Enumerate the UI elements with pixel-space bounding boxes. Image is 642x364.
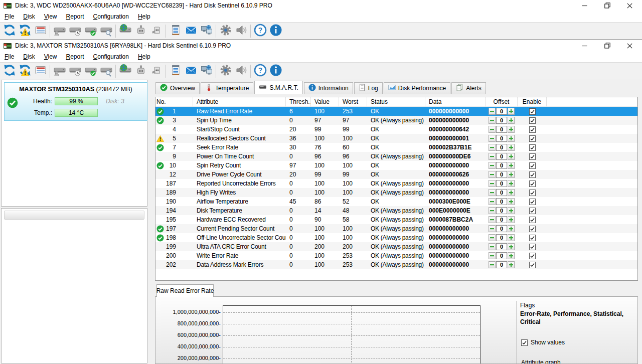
info-button[interactable] xyxy=(268,64,283,79)
offset-decrease-button[interactable] xyxy=(489,126,496,133)
table-row[interactable]: 202Data Address Mark Errors0100253OK (Al… xyxy=(155,260,637,269)
offset-increase-button[interactable] xyxy=(508,225,515,232)
offset-decrease-button[interactable] xyxy=(489,234,496,241)
offset-increase-button[interactable] xyxy=(508,207,515,214)
table-row[interactable]: 3Spin Up Time09797OK (Always passing)000… xyxy=(155,116,637,125)
titlebar[interactable]: Disk: 3, MAXTOR STM3250310AS [6RYA98LK] … xyxy=(0,40,642,51)
enable-checkbox[interactable] xyxy=(529,190,536,196)
network-disk-button[interactable] xyxy=(117,24,133,39)
table-row[interactable]: 195Hardware ECC Recovered09058OK (Always… xyxy=(155,215,637,224)
column-header-worst[interactable]: Worst xyxy=(339,97,367,107)
disk-search-button[interactable] xyxy=(98,24,114,39)
restore-button[interactable] xyxy=(596,40,618,51)
offset-increase-button[interactable] xyxy=(508,180,515,187)
table-row[interactable]: 189High Fly Writes0100100OK (Always pass… xyxy=(155,188,637,197)
plug-out-button[interactable] xyxy=(148,24,164,39)
notes-button[interactable] xyxy=(168,64,183,79)
offset-decrease-button[interactable] xyxy=(489,252,496,259)
disk-user-button[interactable] xyxy=(52,24,67,39)
table-row[interactable]: 198Off-Line Uncorrectable Sector Count01… xyxy=(155,233,637,242)
menu-item-view[interactable]: View xyxy=(40,52,62,61)
table-row[interactable]: 5Reallocated Sectors Count36100100OK0000… xyxy=(155,134,637,143)
close-button[interactable] xyxy=(618,0,641,11)
refresh-button[interactable] xyxy=(2,64,17,79)
offset-decrease-button[interactable] xyxy=(489,117,496,124)
table-row[interactable]: 4Start/Stop Count209999OK0000000006420 xyxy=(155,125,637,134)
tab-s-m-a-r-t[interactable]: S.M.A.R.T. xyxy=(254,81,302,94)
disk-ok-button[interactable] xyxy=(83,24,98,39)
offset-increase-button[interactable] xyxy=(508,108,515,115)
menu-item-view[interactable]: View xyxy=(40,12,62,21)
column-header-value[interactable]: Value xyxy=(311,97,339,107)
column-header-no[interactable]: No. xyxy=(155,97,193,107)
disk-user-button[interactable] xyxy=(52,64,67,79)
enable-checkbox[interactable] xyxy=(529,126,536,133)
table-row[interactable]: 194Disk Temperature01448OK (Always passi… xyxy=(155,206,637,215)
offset-decrease-button[interactable] xyxy=(489,261,496,268)
tab-disk-performance[interactable]: Disk Performance xyxy=(384,82,450,94)
offset-increase-button[interactable] xyxy=(508,243,515,250)
table-row[interactable]: 190Airflow Temperature458652OK0000300E00… xyxy=(155,197,637,206)
offset-decrease-button[interactable] xyxy=(489,135,496,142)
enable-checkbox[interactable] xyxy=(529,217,536,223)
disk-summary-box[interactable]: MAXTOR STM3250310AS (238472 MB) Health: … xyxy=(4,82,147,121)
tab-alerts[interactable]: Alerts xyxy=(451,82,486,94)
disk-search-button[interactable] xyxy=(98,64,114,79)
disk-clock-button[interactable] xyxy=(67,64,83,79)
offset-increase-button[interactable] xyxy=(508,252,515,259)
enable-checkbox[interactable] xyxy=(529,162,536,169)
minimize-button[interactable] xyxy=(573,40,596,51)
offset-decrease-button[interactable] xyxy=(489,162,496,169)
enable-checkbox[interactable] xyxy=(529,208,536,214)
enable-checkbox[interactable] xyxy=(529,235,536,241)
menu-item-file[interactable]: File xyxy=(0,12,19,21)
table-row[interactable]: 197Current Pending Sector Count0100100OK… xyxy=(155,224,637,233)
menu-item-help[interactable]: Help xyxy=(133,52,155,61)
settings-button[interactable] xyxy=(218,64,233,79)
offset-decrease-button[interactable] xyxy=(489,207,496,214)
enable-checkbox[interactable] xyxy=(529,144,536,151)
tab-log[interactable]: Log xyxy=(354,82,383,94)
offset-increase-button[interactable] xyxy=(508,135,515,142)
tab-information[interactable]: Information xyxy=(304,82,353,94)
help-button[interactable]: ? xyxy=(252,24,268,39)
refresh-button[interactable] xyxy=(2,24,17,39)
offset-increase-button[interactable] xyxy=(508,198,515,205)
table-row[interactable]: 7Seek Error Rate307660OK000002B37B1E0 xyxy=(155,143,637,152)
offset-increase-button[interactable] xyxy=(508,234,515,241)
menu-item-help[interactable]: Help xyxy=(133,12,155,21)
plug-out-button[interactable] xyxy=(148,64,164,79)
offset-decrease-button[interactable] xyxy=(489,171,496,178)
offset-decrease-button[interactable] xyxy=(489,180,496,187)
offset-increase-button[interactable] xyxy=(508,261,515,268)
help-button[interactable]: ? xyxy=(252,64,268,79)
attribute-detail-tab[interactable]: Raw Read Error Rate xyxy=(156,284,214,297)
menu-item-configuration[interactable]: Configuration xyxy=(89,12,133,21)
enable-checkbox[interactable] xyxy=(529,135,536,142)
network-disk-button[interactable] xyxy=(117,64,133,79)
close-button[interactable] xyxy=(618,40,641,51)
table-row[interactable]: 199Ultra ATA CRC Error Count0200200OK (A… xyxy=(155,242,637,251)
offset-decrease-button[interactable] xyxy=(489,108,496,115)
column-header-attribute[interactable]: Attribute xyxy=(193,97,286,107)
enable-checkbox[interactable] xyxy=(529,262,536,268)
offset-increase-button[interactable] xyxy=(508,153,515,160)
column-header-offset[interactable]: Offset xyxy=(486,97,518,107)
enable-checkbox[interactable] xyxy=(529,153,536,160)
column-header-enable[interactable]: Enable xyxy=(518,97,547,107)
enable-checkbox[interactable] xyxy=(529,244,536,250)
menu-item-configuration[interactable]: Configuration xyxy=(89,52,133,61)
collapsed-header-bar[interactable] xyxy=(4,211,144,220)
plug-in-button[interactable] xyxy=(133,64,148,79)
menu-item-report[interactable]: Report xyxy=(62,52,89,61)
offset-decrease-button[interactable] xyxy=(489,153,496,160)
disk-report-button[interactable] xyxy=(33,24,48,39)
restore-button[interactable] xyxy=(596,0,618,11)
enable-checkbox[interactable] xyxy=(529,253,536,259)
network-computers-button[interactable] xyxy=(199,24,214,39)
refresh-warning-button[interactable] xyxy=(17,24,33,39)
column-header-data[interactable]: Data xyxy=(425,97,486,107)
offset-increase-button[interactable] xyxy=(508,117,515,124)
mail-button[interactable] xyxy=(183,24,199,39)
tab-overview[interactable]: Overview xyxy=(155,82,200,94)
